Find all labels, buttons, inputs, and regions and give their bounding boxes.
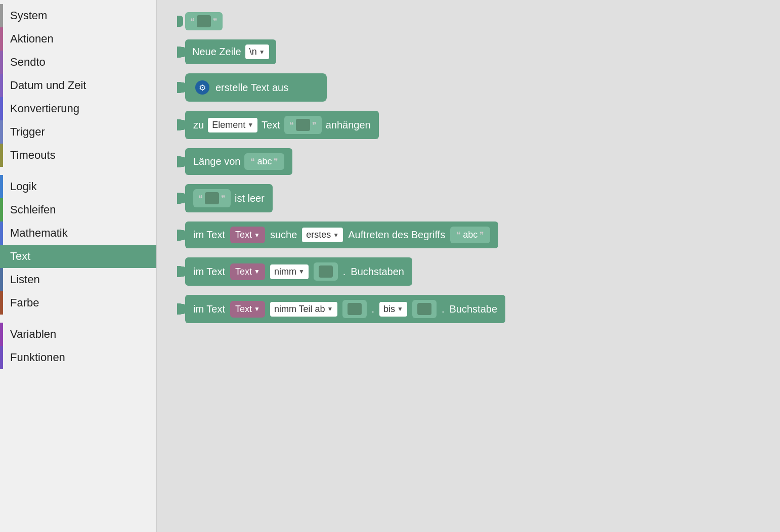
socket[interactable] bbox=[197, 15, 211, 27]
nimm-teil-value: nimm Teil ab bbox=[274, 304, 325, 315]
color-bar-listen bbox=[0, 268, 3, 291]
nimm-teil-dropdown[interactable]: nimm Teil ab bbox=[270, 302, 337, 317]
color-bar-aktionen bbox=[0, 27, 3, 51]
erstelle-text-block[interactable]: ⚙ erstelle Text aus bbox=[185, 73, 327, 102]
socket[interactable] bbox=[348, 303, 362, 315]
string-socket-block[interactable]: ❝ ❞ bbox=[284, 116, 322, 134]
sidebar-item-logik[interactable]: Logik bbox=[0, 175, 156, 198]
sidebar-item-mathematik[interactable]: Mathematik bbox=[0, 221, 156, 245]
dot-9b: . bbox=[442, 303, 445, 315]
block-nimm-buchstaben: im Text Text ▼ nimm . Buchstaben bbox=[177, 257, 760, 286]
erstelle-label: erstelle Text aus bbox=[215, 82, 288, 94]
sidebar-item-timeouts[interactable]: Timeouts bbox=[0, 144, 156, 167]
nimm-dropdown[interactable]: nimm bbox=[270, 264, 309, 279]
neue-zeile-label: Neue Zeile bbox=[192, 46, 241, 58]
color-bar-farbe bbox=[0, 291, 3, 315]
abc-block-7[interactable]: ❝ abc ❞ bbox=[450, 227, 490, 243]
color-bar-mathematik bbox=[0, 221, 3, 245]
element-value: Element bbox=[212, 120, 245, 130]
open-quote: ❝ bbox=[289, 120, 294, 130]
sidebar-label-konvertierung: Konvertierung bbox=[10, 102, 79, 115]
abc-value: abc bbox=[257, 156, 272, 167]
sidebar-item-variablen[interactable]: Variablen bbox=[0, 323, 156, 346]
sidebar-item-aktionen[interactable]: Aktionen bbox=[0, 27, 156, 51]
color-bar-logik bbox=[0, 175, 3, 198]
block-nimm-teil: im Text Text ▼ nimm Teil ab . bis . Buch… bbox=[177, 295, 760, 323]
text-var-block-8[interactable]: Text ▼ bbox=[230, 263, 265, 280]
socket[interactable] bbox=[296, 119, 310, 131]
sidebar-item-konvertierung[interactable]: Konvertierung bbox=[0, 97, 156, 120]
block-neue-zeile: Neue Zeile \n bbox=[177, 39, 760, 64]
bis-dropdown[interactable]: bis bbox=[379, 302, 407, 317]
buchstabe-label: Buchstabe bbox=[450, 303, 498, 315]
escape-dropdown[interactable]: \n bbox=[245, 45, 269, 59]
close-quote: ❞ bbox=[312, 120, 317, 130]
color-bar-datum bbox=[0, 74, 3, 97]
im-text-label-9: im Text bbox=[193, 303, 225, 315]
bis-value: bis bbox=[383, 304, 395, 315]
ist-leer-block[interactable]: ❝ ❞ ist leer bbox=[185, 184, 273, 212]
color-bar-funktionen bbox=[0, 346, 3, 369]
socket[interactable] bbox=[205, 192, 219, 204]
string-socket-block-9a[interactable] bbox=[342, 300, 367, 318]
sidebar-item-schleifen[interactable]: Schleifen bbox=[0, 198, 156, 221]
gear-icon[interactable]: ⚙ bbox=[195, 80, 209, 95]
text-var-block-7[interactable]: Text ▼ bbox=[230, 227, 265, 243]
open-quote: ❝ bbox=[198, 194, 203, 203]
neue-zeile-block[interactable]: Neue Zeile \n bbox=[185, 39, 276, 64]
block-anhaengen: zu Element Text ❝ ❞ anhängen bbox=[177, 111, 760, 139]
im-text-label-7: im Text bbox=[193, 229, 225, 241]
sidebar-item-system[interactable]: System bbox=[0, 4, 156, 27]
close-quote: ❞ bbox=[221, 194, 226, 203]
socket[interactable] bbox=[319, 265, 333, 278]
im-text-label-8: im Text bbox=[193, 266, 225, 278]
suche-label: suche bbox=[270, 229, 297, 241]
anhaengen-block[interactable]: zu Element Text ❝ ❞ anhängen bbox=[185, 111, 379, 139]
ist-leer-label: ist leer bbox=[235, 193, 265, 204]
sidebar-item-trigger[interactable]: Trigger bbox=[0, 120, 156, 144]
string-block-1[interactable]: ❝ ❞ bbox=[185, 12, 223, 30]
sidebar-label-text: Text bbox=[10, 250, 30, 262]
sidebar-label-farbe: Farbe bbox=[10, 296, 39, 309]
sidebar-label-mathematik: Mathematik bbox=[10, 227, 68, 239]
sidebar-item-sendto[interactable]: Sendto bbox=[0, 51, 156, 74]
sidebar-label-funktionen: Funktionen bbox=[10, 351, 65, 364]
sidebar-label-variablen: Variablen bbox=[10, 328, 56, 340]
laenge-label: Länge von bbox=[193, 156, 240, 167]
sidebar-item-text[interactable]: Text bbox=[0, 245, 156, 268]
block-suche-auftreten: im Text Text ▼ suche erstes Auftreten de… bbox=[177, 221, 760, 248]
element-dropdown[interactable]: Element bbox=[208, 118, 257, 132]
sidebar-item-datum[interactable]: Datum und Zeit bbox=[0, 74, 156, 97]
text-var-block-9[interactable]: Text ▼ bbox=[230, 301, 265, 318]
abc-block[interactable]: ❝ abc ❞ bbox=[244, 153, 284, 170]
string-socket-block-8[interactable] bbox=[314, 262, 338, 281]
open-quote: ❝ bbox=[190, 17, 195, 26]
color-bar-text bbox=[0, 245, 3, 268]
sidebar-label-sendto: Sendto bbox=[10, 56, 46, 68]
sidebar-label-trigger: Trigger bbox=[10, 125, 45, 138]
sidebar-item-farbe[interactable]: Farbe bbox=[0, 291, 156, 315]
nimm-buchstaben-block[interactable]: im Text Text ▼ nimm . Buchstaben bbox=[185, 257, 412, 286]
suche-auftreten-block[interactable]: im Text Text ▼ suche erstes Auftreten de… bbox=[185, 221, 498, 248]
sidebar-label-listen: Listen bbox=[10, 273, 40, 286]
main-content: ❝ ❞ Neue Zeile \n ⚙ erstelle Text aus zu… bbox=[157, 0, 780, 532]
sidebar-label-system: System bbox=[10, 9, 47, 22]
nimm-teil-block[interactable]: im Text Text ▼ nimm Teil ab . bis . Buch… bbox=[185, 295, 505, 323]
block-laenge-von: Länge von ❝ abc ❞ bbox=[177, 148, 760, 175]
text-var-label-9: Text bbox=[235, 304, 252, 315]
sidebar-item-listen[interactable]: Listen bbox=[0, 268, 156, 291]
close-quote: ❞ bbox=[213, 17, 218, 26]
erstes-dropdown[interactable]: erstes bbox=[302, 228, 343, 242]
color-bar-schleifen bbox=[0, 198, 3, 221]
buchstaben-label: Buchstaben bbox=[351, 266, 404, 278]
text-var-label-8: Text bbox=[235, 267, 252, 277]
string-socket-block-2[interactable]: ❝ ❞ bbox=[193, 189, 231, 207]
socket[interactable] bbox=[417, 303, 431, 315]
string-socket-block-9b[interactable] bbox=[412, 300, 437, 318]
color-bar-system bbox=[0, 4, 3, 27]
color-bar-trigger bbox=[0, 120, 3, 144]
sidebar-label-schleifen: Schleifen bbox=[10, 203, 56, 216]
auftreten-label: Auftreten des Begriffs bbox=[348, 229, 445, 241]
sidebar-item-funktionen[interactable]: Funktionen bbox=[0, 346, 156, 369]
laenge-von-block[interactable]: Länge von ❝ abc ❞ bbox=[185, 148, 292, 175]
